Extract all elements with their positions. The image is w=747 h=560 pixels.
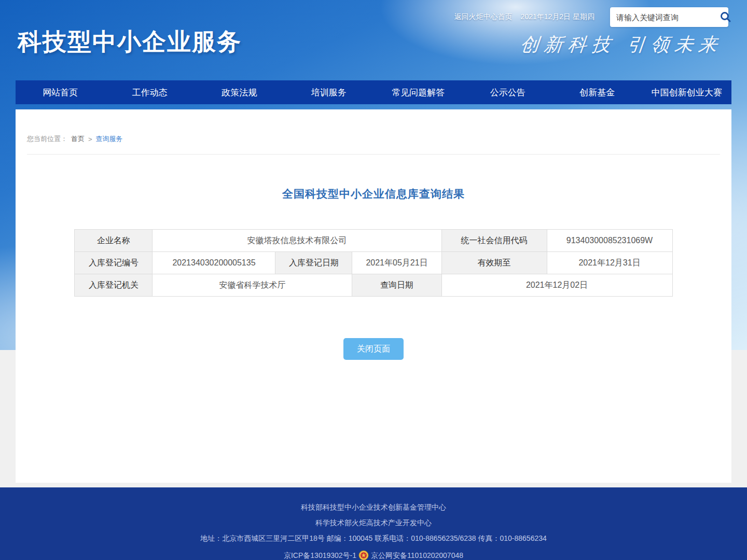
search-icon[interactable]: [720, 10, 732, 24]
reg-date-label: 入库登记日期: [275, 252, 352, 274]
main-nav: 网站首页 工作动态 政策法规 培训服务 常见问题解答 公示公告 创新基金 中国创…: [16, 80, 731, 104]
nav-item-training[interactable]: 培训服务: [284, 80, 374, 104]
return-torch-home-link[interactable]: 返回火炬中心首页: [454, 12, 513, 22]
site-logo: 科技型中小企业服务: [18, 26, 242, 58]
footer-contact-line: 地址：北京市西城区三里河二区甲18号 邮编：100045 联系电话：010-88…: [0, 535, 747, 542]
query-date-value: 2021年12月02日: [441, 274, 672, 297]
reg-date-value: 2021年05月21日: [352, 252, 441, 274]
breadcrumb-current-link[interactable]: 查询服务: [96, 134, 123, 144]
site-header: 科技型中小企业服务 返回火炬中心首页 2021年12月2日 星期四 创新科技 引…: [0, 0, 747, 80]
table-row: 入库登记机关 安徽省科学技术厅 查询日期 2021年12月02日: [75, 274, 672, 297]
reg-number-value: 202134030200005135: [153, 252, 275, 274]
breadcrumb-separator: >: [88, 135, 92, 143]
reg-authority-value: 安徽省科学技术厅: [153, 274, 352, 297]
nav-item-work-news[interactable]: 工作动态: [105, 80, 195, 104]
footer-record-line: 京ICP备13019302号-1 京公网安备11010202007048: [0, 550, 747, 560]
page-title: 全国科技型中小企业信息库查询结果: [16, 187, 731, 201]
reg-authority-label: 入库登记机关: [75, 274, 153, 297]
top-bar: 返回火炬中心首页 2021年12月2日 星期四: [454, 0, 728, 34]
header-slogan: 创新科技 引领未来: [519, 32, 724, 58]
breadcrumb-home-link[interactable]: 首页: [71, 134, 85, 144]
table-row: 企业名称 安徽塔孜信息技术有限公司 统一社会信用代码 9134030008523…: [75, 230, 672, 252]
breadcrumb-prefix: 您当前位置：: [27, 134, 67, 144]
company-name-value: 安徽塔孜信息技术有限公司: [153, 230, 441, 252]
search-input[interactable]: [616, 13, 720, 22]
company-name-label: 企业名称: [75, 230, 153, 252]
nav-item-home[interactable]: 网站首页: [16, 80, 105, 104]
query-result-table: 企业名称 安徽塔孜信息技术有限公司 统一社会信用代码 9134030008523…: [74, 229, 672, 297]
valid-until-value: 2021年12月31日: [547, 252, 672, 274]
footer-org-line-2: 科学技术部火炬高技术产业开发中心: [0, 519, 747, 526]
valid-until-label: 有效期至: [441, 252, 547, 274]
credit-code-label: 统一社会信用代码: [441, 230, 547, 252]
credit-code-value: 91340300085231069W: [547, 230, 672, 252]
footer-org-line-1: 科技部科技型中小企业技术创新基金管理中心: [0, 503, 747, 511]
close-page-button[interactable]: 关闭页面: [343, 338, 404, 360]
nav-item-policies[interactable]: 政策法规: [195, 80, 284, 104]
nav-item-innovation-competition[interactable]: 中国创新创业大赛: [642, 80, 732, 104]
breadcrumb: 您当前位置： 首页 > 查询服务: [27, 109, 720, 155]
icp-record-link[interactable]: 京ICP备13019302号-1: [284, 552, 356, 559]
site-footer: 科技部科技型中小企业技术创新基金管理中心 科学技术部火炬高技术产业开发中心 地址…: [0, 487, 747, 560]
reg-number-label: 入库登记编号: [75, 252, 153, 274]
search-box: [610, 7, 728, 27]
police-record-link[interactable]: 京公网安备11010202007048: [371, 552, 463, 559]
nav-item-innovation-fund[interactable]: 创新基金: [552, 80, 642, 104]
current-date: 2021年12月2日 星期四: [521, 12, 594, 22]
query-date-label: 查询日期: [352, 274, 441, 297]
table-row: 入库登记编号 202134030200005135 入库登记日期 2021年05…: [75, 252, 672, 274]
nav-item-announcements[interactable]: 公示公告: [463, 80, 553, 104]
nav-item-faq[interactable]: 常见问题解答: [374, 80, 463, 104]
content-panel: 您当前位置： 首页 > 查询服务 全国科技型中小企业信息库查询结果 企业名称 安…: [16, 109, 731, 483]
police-badge-icon: [358, 550, 369, 560]
